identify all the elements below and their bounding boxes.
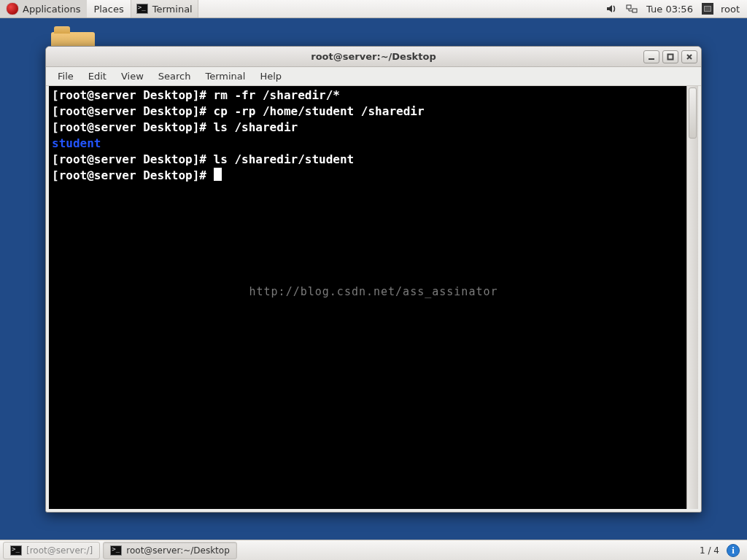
clock[interactable]: Tue 03:56	[646, 4, 693, 15]
bottom-panel: [root@server:/] root@server:~/Desktop 1 …	[0, 540, 747, 560]
pager-text[interactable]: 1 / 4	[700, 545, 719, 556]
svg-rect-2	[668, 54, 673, 59]
minimize-button[interactable]	[643, 50, 659, 63]
menubar: File Edit View Search Terminal Help	[46, 67, 701, 86]
terminal-body: [root@server Desktop]# rm -fr /sharedir/…	[46, 86, 701, 512]
titlebar[interactable]: root@server:~/Desktop	[46, 47, 701, 67]
terminal-output[interactable]: [root@server Desktop]# rm -fr /sharedir/…	[49, 86, 686, 509]
terminal-icon	[136, 4, 148, 14]
user-menu[interactable]: root	[702, 3, 740, 15]
places-menu[interactable]: Places	[87, 0, 130, 18]
taskbar-item-1[interactable]: [root@server:/]	[3, 542, 100, 559]
top-panel-left: Applications Places Terminal	[0, 0, 198, 18]
places-label: Places	[93, 4, 123, 15]
terminal-icon	[10, 545, 22, 556]
volume-icon[interactable]	[605, 3, 617, 15]
menu-help[interactable]: Help	[252, 69, 289, 84]
workspace-pager: 1 / 4 i	[692, 544, 747, 557]
maximize-button[interactable]	[662, 50, 678, 63]
scrollbar[interactable]	[686, 86, 698, 509]
taskbar-item-2[interactable]: root@server:~/Desktop	[103, 542, 236, 559]
user-icon	[702, 3, 713, 15]
menu-search[interactable]: Search	[151, 69, 198, 84]
menu-edit[interactable]: Edit	[81, 69, 114, 84]
menu-file[interactable]: File	[50, 69, 81, 84]
fedora-icon	[7, 3, 18, 15]
applications-menu[interactable]: Applications	[0, 0, 87, 18]
taskbar-item-1-label: [root@server:/]	[26, 545, 93, 556]
taskbar-item-2-label: root@server:~/Desktop	[126, 545, 229, 556]
applications-label: Applications	[23, 4, 80, 15]
terminal-window: root@server:~/Desktop File Edit View Sea…	[45, 46, 702, 513]
terminal-icon	[110, 545, 122, 556]
window-title: root@server:~/Desktop	[46, 51, 701, 62]
svg-rect-0	[627, 5, 631, 9]
menu-view[interactable]: View	[114, 69, 151, 84]
scroll-thumb[interactable]	[689, 88, 697, 139]
top-panel: Applications Places Terminal Tue 03:56 r…	[0, 0, 747, 18]
terminal-launcher[interactable]: Terminal	[131, 0, 198, 18]
svg-rect-1	[632, 9, 637, 12]
close-button[interactable]	[681, 50, 697, 63]
user-label: root	[721, 4, 740, 15]
terminal-launcher-label: Terminal	[152, 4, 193, 15]
network-icon[interactable]	[626, 3, 638, 15]
menu-terminal[interactable]: Terminal	[198, 69, 252, 84]
top-panel-right: Tue 03:56 root	[605, 3, 747, 15]
info-icon[interactable]: i	[727, 544, 740, 557]
window-controls	[643, 50, 701, 63]
